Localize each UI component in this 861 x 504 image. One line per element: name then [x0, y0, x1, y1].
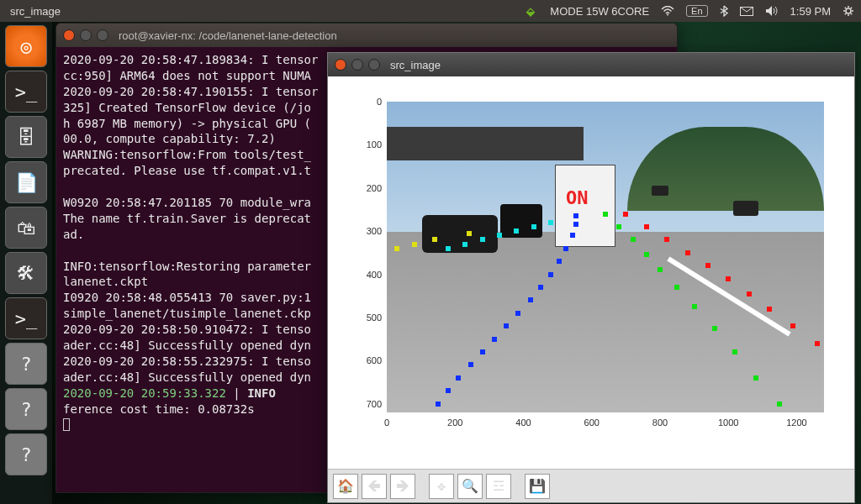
y-tick: 500	[348, 312, 382, 323]
minimize-icon[interactable]	[351, 59, 363, 71]
lane-point	[446, 388, 451, 393]
y-tick: 200	[348, 183, 382, 193]
save-button[interactable]: 💾	[525, 474, 550, 499]
lane-point	[631, 237, 636, 242]
truck-graphic	[555, 165, 615, 247]
clock[interactable]: 1:59 PM	[790, 5, 831, 18]
lane-point	[528, 297, 533, 302]
x-tick: 600	[575, 417, 609, 428]
y-tick: 400	[348, 270, 382, 280]
lane-point	[705, 263, 710, 268]
lane-point	[531, 224, 536, 229]
wifi-icon[interactable]	[661, 6, 674, 16]
lane-point	[664, 237, 669, 242]
help1-launcher[interactable]: ?	[5, 343, 47, 385]
svg-point-0	[667, 14, 668, 16]
x-tick: 800	[643, 417, 677, 428]
help2-launcher[interactable]: ?	[5, 388, 47, 430]
terminal-launcher[interactable]: >_	[5, 71, 47, 113]
mpl-toolbar: 🏠🡸🡺✥🔍☲💾	[328, 469, 854, 502]
close-icon[interactable]	[63, 29, 75, 41]
lane-point	[480, 237, 485, 242]
terminal-title: root@xavier-nx: /code/lanenet-lane-detec…	[119, 29, 337, 42]
help3-launcher[interactable]: ?	[5, 433, 47, 475]
files-launcher[interactable]: 🗄	[5, 116, 47, 158]
back-button[interactable]: 🡸	[362, 474, 387, 499]
close-icon[interactable]	[335, 59, 346, 71]
lane-point	[747, 291, 752, 297]
lane-point	[712, 326, 717, 331]
y-tick: 300	[348, 226, 382, 236]
lane-point	[514, 228, 519, 234]
lane-point	[492, 337, 497, 342]
lane-point	[412, 242, 417, 247]
zoom-button[interactable]: 🔍	[457, 474, 483, 499]
svg-point-2	[846, 8, 851, 13]
volume-icon[interactable]	[765, 5, 779, 17]
y-tick: 600	[348, 355, 382, 365]
x-tick: 1000	[711, 417, 745, 428]
y-tick: 100	[348, 139, 382, 150]
power-mode[interactable]: MODE 15W 6CORE	[550, 5, 649, 18]
x-tick: 1200	[780, 417, 814, 428]
text-editor-launcher[interactable]: 📄	[5, 161, 47, 203]
x-tick: 0	[370, 417, 404, 428]
ubuntu-dash-launcher[interactable]: ◎	[5, 25, 47, 67]
maximize-icon[interactable]	[97, 29, 108, 41]
home-button[interactable]: 🏠	[333, 474, 358, 499]
gear-icon[interactable]	[843, 5, 854, 17]
mpl-title: src_image	[390, 59, 441, 71]
settings-launcher[interactable]: 🛠	[5, 252, 47, 294]
nvidia-icon: ⬙	[526, 5, 535, 18]
terminal-titlebar[interactable]: root@xavier-nx: /code/lanenet-lane-detec…	[56, 24, 677, 47]
terminal2-launcher[interactable]: >_	[5, 297, 47, 339]
lane-point	[468, 362, 473, 367]
lane-point	[432, 237, 437, 242]
top-menubar: src_image ⬙ MODE 15W 6CORE En 1:59 PM	[0, 0, 861, 22]
lane-point	[573, 213, 578, 218]
lane-point	[616, 224, 621, 229]
pan-button[interactable]: ✥	[429, 474, 454, 499]
maximize-icon[interactable]	[368, 59, 380, 71]
mail-icon[interactable]	[740, 7, 753, 16]
lane-point	[644, 224, 649, 229]
minimize-icon[interactable]	[80, 29, 92, 41]
mpl-titlebar[interactable]: src_image	[328, 53, 854, 76]
lane-point	[685, 250, 690, 255]
y-tick: 700	[348, 399, 382, 409]
lane-point	[548, 220, 553, 225]
lane-point	[456, 375, 461, 381]
lane-point	[658, 267, 663, 272]
lane-point	[394, 246, 399, 251]
lane-point	[692, 304, 697, 309]
lane-point	[674, 285, 679, 290]
lane-point	[557, 259, 562, 264]
language-indicator[interactable]: En	[686, 5, 707, 17]
lane-point	[815, 341, 820, 346]
lane-point	[436, 402, 441, 407]
y-tick: 0	[348, 97, 382, 107]
matplotlib-window: src_image 0100200300400500600700 0200400…	[327, 52, 855, 503]
system-indicators: ⬙ MODE 15W 6CORE En 1:59 PM	[526, 5, 854, 18]
lane-point	[467, 231, 472, 236]
lane-point	[732, 349, 737, 354]
lane-point	[790, 323, 795, 328]
subplots-button[interactable]: ☲	[486, 474, 511, 499]
x-tick: 200	[438, 417, 472, 428]
lane-point	[504, 323, 509, 328]
lane-point	[570, 233, 575, 238]
x-tick: 400	[507, 417, 541, 428]
plot-image	[387, 102, 824, 412]
lane-point	[767, 307, 772, 312]
lane-point	[726, 276, 731, 281]
active-window-title: src_image	[10, 5, 61, 18]
lane-point	[462, 242, 467, 247]
bluetooth-icon[interactable]	[720, 5, 728, 17]
lane-point	[573, 222, 578, 227]
mpl-canvas[interactable]: 0100200300400500600700 02004006008001000…	[328, 76, 854, 469]
lane-point	[538, 285, 543, 290]
forward-button[interactable]: 🡺	[390, 474, 415, 499]
software-launcher[interactable]: 🛍	[5, 207, 47, 249]
lane-point	[753, 375, 758, 381]
lane-point	[446, 246, 451, 251]
